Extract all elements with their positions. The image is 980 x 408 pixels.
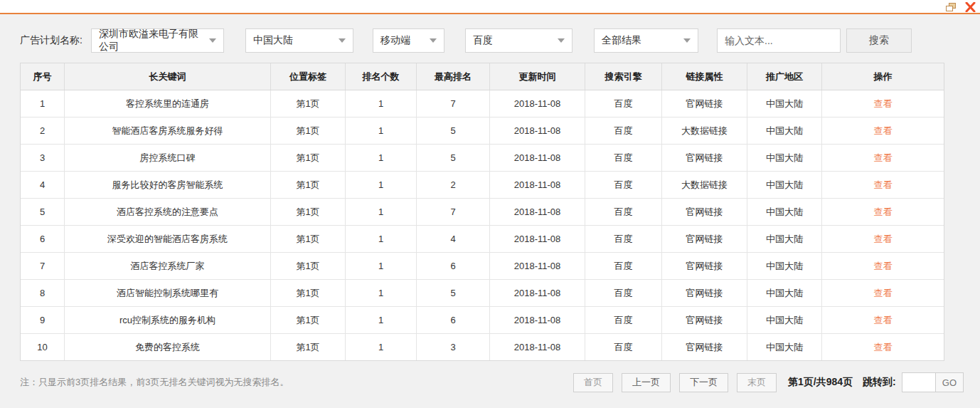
view-link[interactable]: 查看 <box>874 152 893 164</box>
cell-action: 查看 <box>822 90 944 117</box>
cell-keyword: 酒店客控系统的注意要点 <box>65 199 271 225</box>
close-icon <box>965 2 976 14</box>
header-keyword: 长关键词 <box>65 63 271 90</box>
cell-rank-count: 1 <box>346 117 417 144</box>
search-button[interactable]: 搜索 <box>846 28 912 53</box>
view-link[interactable]: 查看 <box>874 206 893 219</box>
cell-search-engine: 百度 <box>585 90 662 117</box>
view-link[interactable]: 查看 <box>874 179 893 192</box>
plan-select[interactable]: 深圳市欧溢来电子有限公司 <box>91 28 224 53</box>
cell-no: 1 <box>21 90 65 117</box>
table-row: 6 深受欢迎的智能酒店客房系统 第1页 1 4 2018-11-08 百度 官网… <box>21 226 944 253</box>
header-action: 操作 <box>822 63 944 90</box>
view-link[interactable]: 查看 <box>874 125 893 137</box>
cell-search-engine: 百度 <box>585 307 662 333</box>
result-filter-select-value: 全部结果 <box>602 34 641 47</box>
close-window-button[interactable] <box>965 2 976 14</box>
cell-region: 中国大陆 <box>747 226 822 252</box>
table-row: 4 服务比较好的客房智能系统 第1页 1 2 2018-11-08 百度 大数据… <box>21 172 944 199</box>
view-link[interactable]: 查看 <box>874 314 893 327</box>
cell-action: 查看 <box>822 172 944 198</box>
header-region: 推广地区 <box>747 63 822 90</box>
cell-update-time: 2018-11-08 <box>490 199 585 225</box>
cell-best-rank: 6 <box>417 307 490 333</box>
table-header-row: 序号 长关键词 位置标签 排名个数 最高排名 更新时间 搜索引擎 链接属性 推广… <box>21 63 944 90</box>
device-select[interactable]: 移动端 <box>373 28 444 53</box>
table-row: 8 酒店智能控制系统哪里有 第1页 1 5 2018-11-08 百度 官网链接… <box>21 280 944 307</box>
cell-best-rank: 5 <box>417 117 490 144</box>
header-link-type: 链接属性 <box>662 63 747 90</box>
cell-no: 7 <box>21 253 65 279</box>
window-controls <box>946 2 976 14</box>
view-link[interactable]: 查看 <box>874 98 893 110</box>
cell-action: 查看 <box>822 280 944 306</box>
result-filter-select[interactable]: 全部结果 <box>594 28 698 53</box>
cell-best-rank: 7 <box>417 90 490 117</box>
footer-bar: 注：只显示前3页排名结果，前3页无排名关键词视为无搜索排名。 首页 上一页 下一… <box>20 372 964 392</box>
cell-rank-count: 1 <box>346 280 417 306</box>
search-engine-select-value: 百度 <box>473 34 493 47</box>
cell-update-time: 2018-11-08 <box>490 253 585 279</box>
cell-rank-count: 1 <box>346 199 417 225</box>
jump-page-input[interactable] <box>902 372 936 392</box>
cell-action: 查看 <box>822 253 944 279</box>
last-page-button[interactable]: 末页 <box>737 373 777 392</box>
cell-position-tag: 第1页 <box>271 172 346 198</box>
view-link[interactable]: 查看 <box>874 260 893 273</box>
cell-keyword: 房控系统口碑 <box>65 145 271 171</box>
cell-link-type: 官网链接 <box>662 90 747 117</box>
cell-position-tag: 第1页 <box>271 226 346 252</box>
cell-update-time: 2018-11-08 <box>490 90 585 117</box>
cell-best-rank: 3 <box>417 334 490 360</box>
restore-icon <box>946 3 957 14</box>
cell-rank-count: 1 <box>346 334 417 360</box>
cell-no: 10 <box>21 334 65 360</box>
cell-best-rank: 5 <box>417 145 490 171</box>
cell-update-time: 2018-11-08 <box>490 172 585 198</box>
titlebar <box>0 0 980 14</box>
cell-region: 中国大陆 <box>747 253 822 279</box>
filter-bar: 广告计划名称: 深圳市欧溢来电子有限公司 中国大陆 移动端 百度 全部结果 搜索 <box>20 28 980 53</box>
device-select-value: 移动端 <box>380 34 410 47</box>
cell-no: 5 <box>21 199 65 225</box>
cell-search-engine: 百度 <box>585 172 662 198</box>
cell-region: 中国大陆 <box>747 307 822 333</box>
keyword-search-input[interactable] <box>717 28 841 53</box>
keyword-ranking-table: 序号 长关键词 位置标签 排名个数 最高排名 更新时间 搜索引擎 链接属性 推广… <box>20 63 944 361</box>
go-button[interactable]: GO <box>936 372 964 392</box>
cell-position-tag: 第1页 <box>271 280 346 306</box>
cell-rank-count: 1 <box>346 172 417 198</box>
cell-position-tag: 第1页 <box>271 199 346 225</box>
cell-link-type: 官网链接 <box>662 307 747 333</box>
cell-no: 8 <box>21 280 65 306</box>
cell-region: 中国大陆 <box>747 145 822 171</box>
prev-page-button[interactable]: 上一页 <box>622 373 671 392</box>
cell-action: 查看 <box>822 226 944 252</box>
region-select[interactable]: 中国大陆 <box>245 28 353 53</box>
table-row: 7 酒店客控系统厂家 第1页 1 6 2018-11-08 百度 官网链接 中国… <box>21 253 944 280</box>
cell-rank-count: 1 <box>346 90 417 117</box>
header-no: 序号 <box>21 63 65 90</box>
cell-rank-count: 1 <box>346 226 417 252</box>
table-row: 9 rcu控制系统的服务机构 第1页 1 6 2018-11-08 百度 官网链… <box>21 307 944 334</box>
view-link[interactable]: 查看 <box>874 341 893 354</box>
cell-rank-count: 1 <box>346 145 417 171</box>
cell-keyword: 智能酒店客房系统服务好得 <box>65 117 271 144</box>
plan-name-label: 广告计划名称: <box>20 34 91 47</box>
cell-action: 查看 <box>822 199 944 225</box>
region-select-value: 中国大陆 <box>253 34 293 47</box>
cell-keyword: 服务比较好的客房智能系统 <box>65 172 271 198</box>
header-rank-count: 排名个数 <box>346 63 417 90</box>
search-engine-select[interactable]: 百度 <box>465 28 572 53</box>
next-page-button[interactable]: 下一页 <box>679 373 728 392</box>
restore-window-button[interactable] <box>946 3 957 14</box>
view-link[interactable]: 查看 <box>874 287 893 300</box>
view-link[interactable]: 查看 <box>874 233 893 246</box>
cell-update-time: 2018-11-08 <box>490 226 585 252</box>
chevron-down-icon <box>430 38 437 43</box>
cell-no: 9 <box>21 307 65 333</box>
cell-position-tag: 第1页 <box>271 253 346 279</box>
table-row: 3 房控系统口碑 第1页 1 5 2018-11-08 百度 官网链接 中国大陆… <box>21 145 944 172</box>
first-page-button[interactable]: 首页 <box>573 373 613 392</box>
cell-link-type: 官网链接 <box>662 334 747 360</box>
